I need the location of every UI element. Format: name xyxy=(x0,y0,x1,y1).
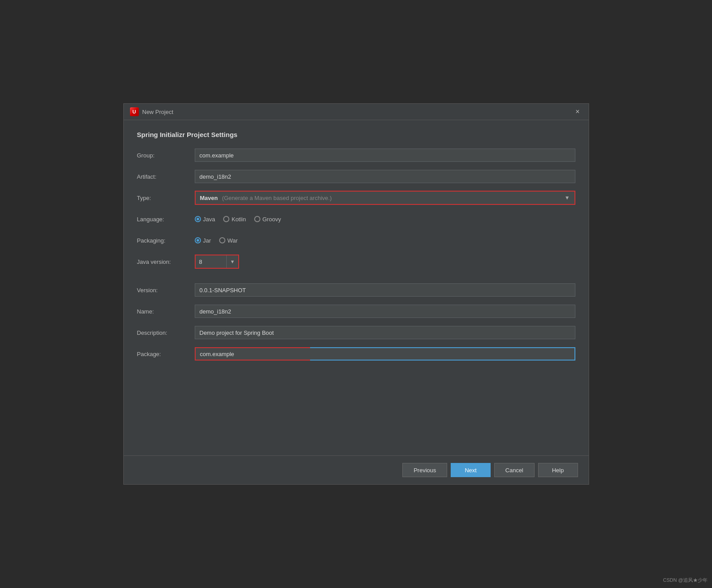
java-version-label: Java version: xyxy=(137,259,195,265)
packaging-radio-group: Jar War xyxy=(195,237,238,244)
package-label: Package: xyxy=(137,351,195,357)
dialog-content: Spring Initializr Project Settings Group… xyxy=(124,120,589,455)
title-bar: U New Project × xyxy=(124,104,589,120)
kotlin-radio-circle xyxy=(223,216,229,222)
type-dropdown[interactable]: Maven (Generate a Maven based project ar… xyxy=(195,191,575,205)
type-label: Type: xyxy=(137,195,195,201)
package-input[interactable] xyxy=(195,347,310,361)
type-value-bold: Maven xyxy=(200,195,218,201)
groovy-radio-label: Groovy xyxy=(263,216,281,223)
artifact-row: Artifact: xyxy=(137,169,575,184)
group-input[interactable] xyxy=(195,149,575,162)
package-row: Package: xyxy=(137,347,575,361)
help-button[interactable]: Help xyxy=(538,463,578,477)
name-input[interactable] xyxy=(195,305,575,318)
language-row: Language: Java Kotlin Groovy xyxy=(137,212,575,226)
new-project-dialog: U New Project × Spring Initializr Projec… xyxy=(123,103,589,485)
package-input-right[interactable] xyxy=(310,347,575,361)
chevron-down-icon: ▼ xyxy=(565,195,570,201)
group-label: Group: xyxy=(137,152,195,159)
java-version-arrow-icon[interactable]: ▼ xyxy=(227,255,239,268)
language-radio-group: Java Kotlin Groovy xyxy=(195,216,281,223)
close-button[interactable]: × xyxy=(573,107,582,116)
group-row: Group: xyxy=(137,148,575,162)
section-title: Spring Initializr Project Settings xyxy=(137,131,575,138)
version-row: Version: xyxy=(137,283,575,297)
packaging-row: Packaging: Jar War xyxy=(137,233,575,247)
language-groovy-option[interactable]: Groovy xyxy=(254,216,281,223)
groovy-radio-circle xyxy=(254,216,260,222)
cancel-button[interactable]: Cancel xyxy=(494,463,534,477)
java-radio-label: Java xyxy=(203,216,215,223)
name-label: Name: xyxy=(137,308,195,315)
type-value-hint: (Generate a Maven based project archive.… xyxy=(222,195,332,201)
java-version-wrapper: 8 11 17 ▼ xyxy=(195,255,240,269)
packaging-war-option[interactable]: War xyxy=(219,237,238,244)
previous-button[interactable]: Previous xyxy=(402,463,447,477)
packaging-label: Packaging: xyxy=(137,237,195,244)
java-version-row: Java version: 8 11 17 ▼ xyxy=(137,255,575,269)
packaging-jar-option[interactable]: Jar xyxy=(195,237,211,244)
version-label: Version: xyxy=(137,287,195,294)
artifact-label: Artifact: xyxy=(137,173,195,180)
artifact-input[interactable] xyxy=(195,170,575,183)
language-java-option[interactable]: Java xyxy=(195,216,215,223)
name-row: Name: xyxy=(137,304,575,318)
next-button[interactable]: Next xyxy=(451,463,491,477)
version-input[interactable] xyxy=(195,283,575,297)
description-label: Description: xyxy=(137,329,195,336)
war-radio-label: War xyxy=(228,237,238,244)
java-version-select[interactable]: 8 11 17 xyxy=(196,255,227,268)
jar-radio-circle xyxy=(195,237,201,243)
war-radio-circle xyxy=(219,237,225,243)
type-row: Type: Maven (Generate a Maven based proj… xyxy=(137,191,575,205)
description-row: Description: xyxy=(137,325,575,340)
description-input[interactable] xyxy=(195,326,575,339)
language-label: Language: xyxy=(137,216,195,223)
dialog-footer: Previous Next Cancel Help xyxy=(124,455,589,484)
app-logo: U xyxy=(130,107,139,116)
jar-radio-label: Jar xyxy=(203,237,211,244)
java-radio-circle xyxy=(195,216,201,222)
package-inputs-wrapper xyxy=(195,347,575,361)
kotlin-radio-label: Kotlin xyxy=(232,216,246,223)
watermark: CSDN @追风★少年 xyxy=(663,577,708,584)
window-title: New Project xyxy=(142,109,570,115)
language-kotlin-option[interactable]: Kotlin xyxy=(223,216,246,223)
